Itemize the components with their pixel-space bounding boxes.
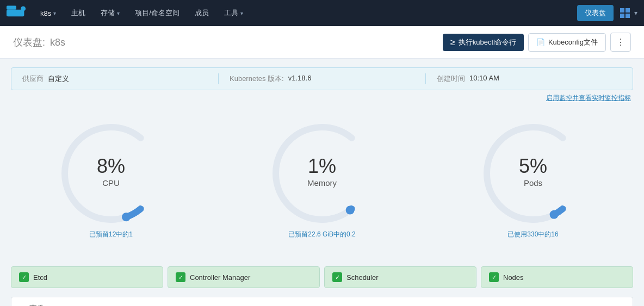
check-icon: ✓ [19,272,29,282]
svg-point-3 [122,213,131,221]
metric-pods: 5% Pods 已使用330中的16 [433,108,633,255]
gauge-memory: 1% Memory [268,119,376,228]
info-bar: 供应商 自定义 Kubernetes 版本: v1.18.6 创建时间 10:1… [11,67,633,90]
provider-item: 供应商 自定义 [22,74,207,84]
more-button[interactable]: ⋮ [610,33,631,52]
check-icon: ✓ [332,272,342,282]
status-scheduler: ✓ Scheduler [324,266,476,288]
cluster-chevron-icon: ▾ [53,10,56,16]
gauge-label-memory: Memory [307,178,337,188]
status-label-scheduler: Scheduler [346,273,379,282]
file-icon: 📄 [536,38,545,46]
status-nodes: ✓ Nodes [481,266,633,288]
k8s-item: Kubernetes 版本: v1.18.6 [230,74,414,84]
logo [7,5,26,21]
gauge-center-cpu: 8% CPU [97,157,125,188]
navbar: k8s ▾ 主机 存储 ▾ 项目/命名空间 成员 工具 ▾ 仪表盘 ▾ [0,0,644,26]
navbar-right: 仪表盘 ▾ [577,5,637,21]
nav-tools[interactable]: 工具 ▾ [219,5,249,21]
dashboard-button[interactable]: 仪表盘 [577,5,614,21]
nav-storage[interactable]: 存储 ▾ [95,5,125,21]
gauge-label-cpu: CPU [97,178,125,188]
svg-point-5 [550,210,559,219]
metric-cpu: 8% CPU 已预留12中的1 [11,108,211,255]
page-title: 仪表盘: k8s [13,36,67,49]
status-controller-manager: ✓ Controller Manager [168,266,320,288]
check-icon: ✓ [176,272,185,282]
gauge-sub-memory: 已预留22.6 GiB中的0.2 [288,230,355,239]
gauge-cpu: 8% CPU [57,119,165,228]
status-label-nodes: Nodes [503,273,524,282]
grid-icon [620,8,630,18]
gauge-center-pods: 5% Pods [519,157,547,188]
gauge-sub-cpu: 已预留12中的1 [89,230,133,239]
gauge-sub-pods: 已使用330中的16 [507,230,558,239]
gauge-pods: 5% Pods [479,119,587,228]
header-actions: ≥ 执行kubectl命令行 📄 Kubeconfig文件 ⋮ [443,33,631,52]
svg-point-4 [346,206,355,215]
gauge-label-pods: Pods [519,178,547,188]
separator-1 [218,73,219,84]
tools-chevron-icon: ▾ [240,10,243,16]
status-label-etcd: Etcd [33,273,47,282]
status-row: ✓ Etcd ✓ Controller Manager ✓ Scheduler … [11,266,633,288]
monitor-link[interactable]: 启用监控并查看实时监控指标 [13,93,631,103]
separator-2 [425,73,426,84]
page-header: 仪表盘: k8s ≥ 执行kubectl命令行 📄 Kubeconfig文件 ⋮ [0,26,644,59]
status-etcd: ✓ Etcd [11,266,163,288]
nav-projects[interactable]: 项目/命名空间 [129,5,185,21]
nav-hosts[interactable]: 主机 [66,5,91,21]
storage-chevron-icon: ▾ [117,10,120,16]
gauge-percent-pods: 5% [519,157,547,176]
nav-cluster[interactable]: k8s ▾ [35,6,61,21]
gauge-percent-cpu: 8% [97,157,125,176]
gauge-percent-memory: 1% [307,157,337,176]
events-section: ▶ 事件 当前集群的事件 [11,297,633,306]
main-content: 供应商 自定义 Kubernetes 版本: v1.18.6 创建时间 10:1… [0,67,644,306]
status-label-controller-manager: Controller Manager [190,273,250,282]
metrics-row: 8% CPU 已预留12中的1 1% Memory 已预留22.6 GiB中的0… [11,108,633,255]
svg-rect-0 [7,10,24,17]
svg-point-2 [21,6,26,11]
check-icon: ✓ [489,272,499,282]
gauge-center-memory: 1% Memory [307,157,337,188]
metric-memory: 1% Memory 已预留22.6 GiB中的0.2 [222,108,422,255]
nav-members[interactable]: 成员 [189,5,214,21]
navbar-chevron-icon[interactable]: ▾ [634,9,637,17]
terminal-icon: ≥ [450,38,455,47]
kubeconfig-button[interactable]: 📄 Kubeconfig文件 [528,33,606,52]
created-item: 创建时间 10:10 AM [437,74,622,84]
svg-rect-1 [7,6,16,10]
kubectl-button[interactable]: ≥ 执行kubectl命令行 [443,34,524,51]
events-header[interactable]: ▶ 事件 [11,297,633,306]
